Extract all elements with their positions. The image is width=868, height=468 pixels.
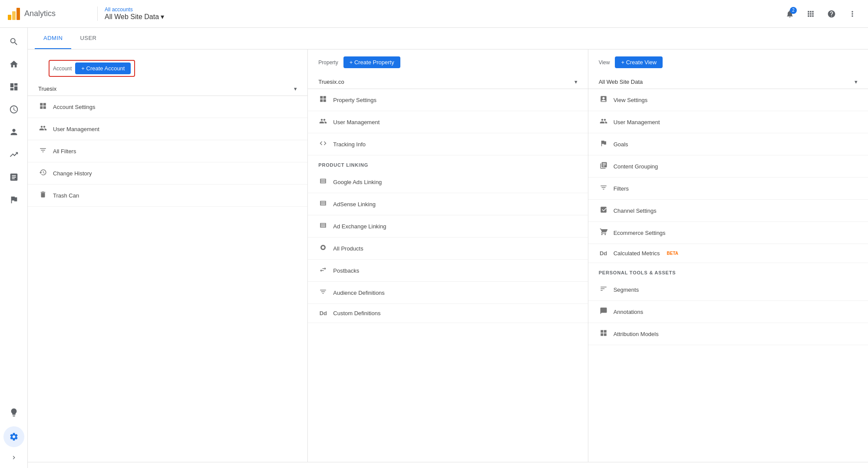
personal-tools-section-label: PERSONAL TOOLS & ASSETS [588, 263, 868, 279]
menu-item-tracking-info[interactable]: Tracking Info [308, 133, 587, 155]
create-property-button[interactable]: + Create Property [343, 56, 400, 68]
left-sidebar [0, 28, 28, 468]
sidebar-item-admin[interactable] [3, 426, 24, 447]
account-settings-label: Account Settings [53, 104, 96, 110]
sidebar-item-dashboard[interactable] [3, 76, 24, 97]
menu-item-attribution-models[interactable]: Attribution Models [588, 323, 868, 345]
goals-label: Goals [614, 141, 628, 148]
users-view-icon [599, 117, 608, 127]
view-settings-label: View Settings [614, 97, 648, 103]
chevron-right-icon [10, 454, 17, 461]
ecommerce-settings-label: Ecommerce Settings [614, 230, 666, 236]
tab-user[interactable]: USER [71, 28, 105, 49]
chevron-down-icon: ▾ [855, 79, 858, 85]
dashboard-icon [9, 82, 19, 92]
create-account-button[interactable]: + Create Account [75, 63, 131, 74]
menu-item-user-management-property[interactable]: User Management [308, 111, 587, 133]
sidebar-item-audience[interactable] [3, 122, 24, 142]
dots-vertical-icon [848, 10, 857, 18]
sidebar-item-discover[interactable] [3, 402, 24, 423]
menu-item-postbacks[interactable]: Postbacks [308, 260, 587, 282]
segments-icon [599, 285, 608, 294]
search-icon [9, 37, 19, 46]
custom-def-icon: Dd [318, 310, 328, 316]
create-view-button[interactable]: + Create View [615, 56, 663, 68]
change-history-icon [38, 168, 48, 178]
filter-icon [38, 146, 48, 156]
sidebar-expand-button[interactable] [3, 451, 24, 465]
change-history-label: Change History [53, 170, 92, 177]
menu-item-trash-can[interactable]: Trash Can [28, 185, 307, 207]
menu-item-property-settings[interactable]: Property Settings [308, 89, 587, 111]
sidebar-item-acquisition[interactable] [3, 144, 24, 165]
account-dropdown[interactable]: Truesix ▾ [28, 82, 307, 96]
site-name-dropdown[interactable]: All Web Site Data ▾ [105, 13, 164, 21]
home-icon [9, 59, 19, 69]
segments-label: Segments [614, 287, 639, 293]
product-linking-section-label: PRODUCT LINKING [308, 155, 587, 171]
menu-item-audience-definitions[interactable]: Audience Definitions [308, 282, 587, 304]
menu-item-change-history[interactable]: Change History [28, 162, 307, 185]
trash-icon [38, 191, 48, 200]
calculated-metrics-label: Calculated Metrics [614, 250, 660, 257]
menu-item-view-settings[interactable]: View Settings [588, 89, 868, 111]
menu-item-channel-settings[interactable]: Channel Settings [588, 200, 868, 222]
annotations-icon [599, 307, 608, 316]
menu-item-segments[interactable]: Segments [588, 279, 868, 301]
clock-icon [9, 105, 19, 114]
help-icon [827, 10, 836, 18]
sidebar-item-conversions[interactable] [3, 189, 24, 210]
menu-item-custom-definitions[interactable]: Dd Custom Definitions [308, 304, 587, 323]
view-column-header: View + Create View [588, 49, 868, 75]
more-options-button[interactable] [844, 5, 861, 23]
apps-grid-button[interactable] [802, 5, 819, 23]
menu-item-adsense[interactable]: AdSense Linking [308, 193, 587, 215]
sidebar-item-realtime[interactable] [3, 99, 24, 120]
property-dropdown[interactable]: Truesix.co ▾ [308, 75, 587, 89]
attribution-models-label: Attribution Models [614, 331, 659, 337]
user-management-view-label: User Management [614, 119, 660, 125]
sidebar-item-behavior[interactable] [3, 167, 24, 188]
notifications-button[interactable]: 2 [781, 5, 799, 23]
ecommerce-icon [599, 228, 608, 237]
account-column: Account + Create Account Truesix ▾ Accou… [28, 49, 308, 462]
menu-item-annotations[interactable]: Annotations [588, 301, 868, 323]
content-grouping-label: Content Grouping [614, 163, 658, 170]
menu-item-goals[interactable]: Goals [588, 133, 868, 155]
tracking-info-label: Tracking Info [333, 141, 366, 148]
analytics-logo-icon [7, 7, 21, 21]
users-icon [38, 124, 48, 134]
view-dropdown[interactable]: All Web Site Data ▾ [588, 75, 868, 89]
tab-admin[interactable]: ADMIN [35, 28, 71, 49]
menu-item-ecommerce-settings[interactable]: Ecommerce Settings [588, 222, 868, 244]
sidebar-item-search[interactable] [3, 31, 24, 52]
account-label: Account [53, 66, 72, 72]
sidebar-item-home[interactable] [3, 54, 24, 75]
menu-item-user-management-view[interactable]: User Management [588, 111, 868, 133]
menu-item-account-settings[interactable]: Account Settings [28, 96, 307, 118]
adsense-icon [318, 199, 328, 209]
account-header-highlighted: Account + Create Account [49, 60, 135, 77]
person-icon [9, 127, 19, 137]
all-accounts-link[interactable]: All accounts [105, 7, 164, 13]
menu-item-user-management-account[interactable]: User Management [28, 118, 307, 140]
menu-item-filters-view[interactable]: Filters [588, 178, 868, 200]
account-settings-icon [38, 102, 48, 112]
menu-item-all-products[interactable]: All Products [308, 237, 587, 260]
menu-item-google-ads[interactable]: Google Ads Linking [308, 171, 587, 193]
content-grouping-icon [599, 161, 608, 171]
lightbulb-icon [9, 408, 19, 417]
menu-item-calculated-metrics[interactable]: Dd Calculated Metrics BETA [588, 244, 868, 263]
admin-tabs: ADMIN USER [28, 28, 868, 49]
annotations-label: Annotations [614, 309, 644, 315]
help-button[interactable] [823, 5, 840, 23]
user-management-account-label: User Management [53, 126, 99, 132]
menu-item-content-grouping[interactable]: Content Grouping [588, 155, 868, 178]
property-column: Property + Create Property Truesix.co ▾ … [308, 49, 588, 462]
account-selector[interactable]: All accounts All Web Site Data ▾ [97, 7, 164, 21]
menu-item-ad-exchange[interactable]: Ad Exchange Linking [308, 215, 587, 237]
main-content: ADMIN USER Account + Create Account True… [28, 28, 868, 468]
view-label: View [599, 59, 610, 66]
menu-item-all-filters[interactable]: All Filters [28, 140, 307, 162]
view-settings-icon [599, 95, 608, 105]
